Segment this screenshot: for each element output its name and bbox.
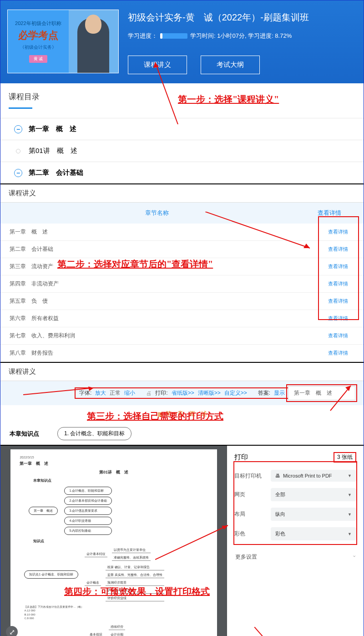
mind-node: 以货币为主要计量单位 [112, 547, 151, 553]
toc-label: 第一章 概 述 [29, 125, 76, 133]
color-select[interactable]: 彩色▼ [271, 527, 356, 540]
mind-node: 3.会计信息质量要求 [64, 507, 112, 515]
mind-node: 评价经营业绩 [106, 595, 164, 601]
view-detail-link[interactable]: 查看详情 [322, 350, 354, 356]
thumb-title: 必学考点 [18, 29, 58, 42]
toc-item[interactable]: −第一章 概 述 [0, 118, 364, 140]
pages-label: 网页 [234, 491, 271, 499]
view-detail-link[interactable]: 查看详情 [322, 280, 354, 287]
kp-label: 本章知识点 [10, 430, 39, 438]
print-page-count: 3 张纸 [334, 452, 356, 463]
toc-label: 第二章 会计基础 [29, 168, 83, 177]
answer-label: 答案: [258, 389, 270, 397]
view-detail-link[interactable]: 查看详情 [322, 246, 354, 253]
lecture-list-section: 课程讲义 章节名称 查看详情 第一章 概 述查看详情第二章 会计基础查看详情第三… [0, 183, 364, 362]
font-label: 字体: [79, 389, 91, 397]
panel-title: 课程讲义 [0, 184, 364, 203]
mind-node: 核算 确认、计量、记录和报告 [106, 565, 164, 570]
kp-node: 1. 会计概念、职能和目标 [57, 427, 131, 440]
chapter-name: 第一章 概 述 [10, 228, 322, 236]
thumb-badge: 黄 诚 [29, 55, 48, 63]
list-item: 第一章 概 述查看详情 [0, 224, 364, 241]
chapter-name: 第八章 财务报告 [10, 349, 322, 357]
printer-select[interactable]: 🖶Microsoft Print to PDF▼ [271, 470, 356, 482]
chapter-name: 第七章 收入、费用和利润 [10, 332, 322, 340]
pages-select[interactable]: 全部▼ [271, 488, 356, 501]
mind-node: 扩展 参与经济决策 [106, 588, 164, 594]
course-header: 2022年初级会计职称 必学考点 《初级会计实务》 黄 诚 初级会计实务-黄 诚… [0, 0, 364, 83]
color-label: 彩色 [234, 530, 271, 538]
collapse-icon: − [14, 169, 22, 177]
list-item: 第三章 流动资产查看详情 [0, 258, 364, 275]
chapter-select[interactable]: 第一章 概 述 [288, 386, 355, 400]
chevron-down-icon: ▼ [348, 532, 352, 536]
toc-label: 第01讲 概 述 [29, 147, 77, 155]
print-preview: 2022/3/15 第一章 概 述 第01讲 概 述 本章知识点 第一章 概述 … [0, 446, 227, 636]
view-detail-link[interactable]: 查看详情 [322, 298, 354, 305]
chevron-down-icon: ▼ [348, 493, 352, 497]
toolbar: 字体: 放大 正常 缩小 🖨 打印: 省纸版>> 清晰版>> 自定义>> 答案:… [0, 381, 364, 405]
more-settings[interactable]: 更多设置⌵ [234, 550, 356, 565]
fit-button[interactable]: ⤢ [6, 626, 18, 636]
toc-item[interactable]: −第二章 会计基础 [0, 162, 364, 183]
view-detail-link[interactable]: 查看详情 [322, 229, 354, 235]
bullet-icon [16, 149, 20, 153]
list-header: 章节名称 查看详情 [0, 203, 364, 224]
title-underline [9, 107, 32, 109]
font-shrink[interactable]: 缩小 [124, 389, 135, 397]
mind-root: 第一章 概述 [29, 507, 58, 515]
printer-icon: 🖨 [146, 390, 152, 397]
col-view-detail: 查看详情 [304, 209, 354, 217]
lecture-viewer-section: 课程讲义 字体: 放大 正常 缩小 🖨 打印: 省纸版>> 清晰版>> 自定义>… [0, 362, 364, 445]
list-item: 第七章 收入、费用和利润查看详情 [0, 327, 364, 345]
list-item: 第六章 所有者权益查看详情 [0, 310, 364, 327]
toc-item[interactable]: 第01讲 概 述 [0, 140, 364, 162]
print-dialog-section: 2022/3/15 第一章 概 述 第01讲 概 述 本章知识点 第一章 概述 … [0, 445, 364, 636]
mind-node: 准确完整性、连续系统性 [112, 555, 151, 561]
view-detail-link[interactable]: 查看详情 [322, 315, 354, 322]
print-icon: 🖶 [275, 473, 280, 478]
print-hd[interactable]: 清晰版>> [198, 389, 221, 397]
mind-node: 持续经营 [109, 624, 125, 630]
list-item: 第八章 财务报告查看详情 [0, 345, 364, 362]
print-custom[interactable]: 自定义>> [224, 389, 247, 397]
font-enlarge[interactable]: 放大 [95, 389, 106, 397]
font-normal[interactable]: 正常 [110, 389, 121, 397]
mind-kp1: 知识点1 会计概念、职能和目标 [24, 570, 78, 579]
chevron-down-icon: ▼ [348, 512, 352, 517]
panel-title-2: 课程讲义 [0, 363, 364, 381]
mind-node: 会计分期 [109, 632, 125, 636]
view-detail-link[interactable]: 查看详情 [322, 263, 354, 270]
course-title: 初级会计实务-黄 诚（2022年）-刷题集训班 [128, 11, 357, 24]
mind-node: 1.会计概念、职能和目标 [64, 487, 112, 495]
chapter-name: 第三章 流动资产 [10, 263, 322, 270]
list-item: 第二章 会计基础查看详情 [0, 241, 364, 258]
layout-select[interactable]: 纵向▼ [271, 508, 356, 521]
chapter-name: 第二章 会计基础 [10, 245, 322, 253]
page-heading: 第01讲 概 述 [20, 469, 207, 475]
thumb-year: 2022年初级会计职称 [15, 20, 61, 27]
col-chapter-name: 章节名称 [10, 209, 304, 217]
doc-icon: ▦ [157, 411, 163, 417]
printer-label: 目标打印机 [234, 472, 271, 480]
layout-label: 布局 [234, 510, 271, 518]
instructor-photo [77, 18, 109, 73]
view-detail-link[interactable]: 查看详情 [322, 332, 354, 339]
mind-node: 2.会计基本假设和会计基础 [64, 497, 112, 505]
mind-node: 监督 真实性、完整性、合法性、合理性 [106, 572, 164, 578]
thumb-subtitle: 《初级会计实务》 [20, 44, 56, 51]
collapse-icon: − [14, 125, 22, 133]
course-thumbnail: 2022年初级会计职称 必学考点 《初级会计实务》 黄 诚 [7, 10, 119, 73]
page-chapter: 第一章 概 述 [20, 461, 207, 467]
print-eco[interactable]: 省纸版>> [172, 389, 194, 397]
doc-title: 第一章 概 述 [166, 410, 207, 418]
mind-node: 预测经济前景 [106, 580, 164, 586]
progress-text: 学习时间: 1小时07分, 学习进度: 8.72% [190, 32, 292, 40]
progress-bar [160, 33, 187, 39]
answer-show[interactable]: 显示 [274, 389, 285, 397]
list-item: 第四章 非流动资产查看详情 [0, 275, 364, 293]
lecture-notes-button[interactable]: 课程讲义 [128, 56, 187, 74]
chevron-down-icon: ▼ [348, 473, 352, 478]
syllabus-button[interactable]: 考试大纲 [201, 56, 260, 74]
chevron-down-icon: ⌵ [353, 553, 355, 561]
